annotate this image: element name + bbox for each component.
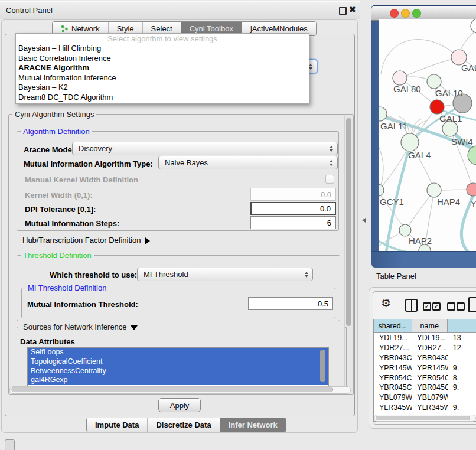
tab-discretize-data[interactable]: Discretize Data	[147, 418, 219, 432]
column-header[interactable]: shared...	[374, 319, 412, 332]
table-cell[interactable]: YBR045C	[412, 383, 447, 393]
select-all-checkbox-icon[interactable]: ✓	[423, 302, 431, 311]
table-cell[interactable]: 9.	[448, 363, 476, 373]
network-node-green-right[interactable]	[468, 146, 476, 165]
apply-button[interactable]: Apply	[158, 398, 201, 412]
algorithm-option[interactable]: Bayesian – K2	[16, 83, 309, 93]
table-hscrollbar-thumb[interactable]	[376, 416, 470, 420]
algorithm-option[interactable]: Dream8 DC_TDC Algorithm	[16, 93, 309, 103]
table-row[interactable]: YDR27...YDR27...12	[374, 343, 476, 353]
table-cell[interactable]: YBR045C	[374, 383, 412, 393]
manual-kernel-width-checkbox[interactable]	[325, 175, 334, 184]
mi-algorithm-type-select[interactable]: Naive Bayes	[158, 156, 338, 169]
table-cell[interactable]: YBL079W	[374, 393, 412, 403]
table-cell[interactable]: YDL19...	[412, 333, 447, 343]
node-label: GAL	[461, 63, 476, 73]
table-row[interactable]: YDL19...YDL19...13	[374, 333, 476, 343]
deselect-all-checkbox-icon[interactable]	[447, 302, 455, 311]
data-attribute-item[interactable]: TopologicalCoefficient	[28, 357, 328, 367]
network-edge	[400, 58, 459, 79]
table-cell[interactable]: YBR043C	[374, 353, 412, 363]
list-scrollbar-thumb[interactable]	[320, 350, 325, 382]
table-row[interactable]: YER054CYER054C8.	[374, 373, 476, 383]
network-node-hap2[interactable]	[399, 224, 411, 236]
table-cell[interactable]: YDR27...	[412, 343, 447, 353]
table-cell[interactable]: YLR345W	[374, 403, 412, 413]
network-tab-icon	[61, 25, 69, 32]
column-header[interactable]: name	[412, 319, 448, 332]
mi-threshold-input[interactable]: 0.5	[248, 297, 333, 310]
bottom-left-widget[interactable]	[5, 439, 15, 450]
expand-arrow-icon[interactable]	[131, 325, 138, 330]
table-cell[interactable]: 9.	[448, 383, 476, 393]
table-cell[interactable]	[448, 353, 476, 363]
network-window[interactable]: GALGAL80GAL10GAL1GAL11SWI4GAL4GCY1HAP4YH…	[371, 5, 476, 268]
data-attributes-list[interactable]: SelfLoopsTopologicalCoefficientBetweenne…	[27, 347, 329, 386]
select-all-checkbox-icon[interactable]: ✓	[432, 302, 441, 311]
float-panel-icon[interactable]	[339, 7, 347, 15]
table-cell[interactable]: YDR27...	[374, 343, 412, 353]
table-cell[interactable]: YPR145W	[374, 363, 412, 373]
table-cell[interactable]: YDL19...	[374, 333, 412, 343]
table-cell[interactable]: 12	[448, 343, 476, 353]
table-cell[interactable]: YBR043C	[412, 353, 447, 363]
network-node-top-partial[interactable]	[471, 19, 476, 33]
table-cell[interactable]: YER054C	[412, 373, 447, 383]
close-icon[interactable]: ✖	[349, 5, 356, 14]
tab-impute-data[interactable]: Impute Data	[87, 418, 147, 432]
table-cell[interactable]: YBL079W	[412, 393, 447, 403]
algorithm-option[interactable]: ARACNE Algorithm	[16, 63, 309, 73]
data-attribute-item[interactable]: gal4RGexp	[28, 376, 328, 385]
table-hscrollbar[interactable]	[374, 415, 476, 422]
network-node-gal10[interactable]	[427, 74, 441, 89]
table-cell[interactable]: YPR145W	[412, 363, 447, 373]
network-node-hap4[interactable]	[427, 183, 441, 197]
table-cell[interactable]	[448, 393, 476, 403]
table-cell[interactable]: 8.	[448, 373, 476, 383]
which-threshold-select[interactable]: MI Threshold	[137, 268, 313, 281]
algorithm-option[interactable]: Mutual Information Inference	[16, 73, 309, 83]
data-attribute-item[interactable]: SelfLoops	[28, 348, 328, 357]
network-node-gal80[interactable]	[393, 71, 407, 85]
panel-divider-arrow-icon[interactable]	[362, 218, 366, 223]
mi-steps-input[interactable]: 6	[250, 216, 336, 229]
page-icon[interactable]	[468, 297, 476, 312]
algorithm-option[interactable]: Bayesian – Hill Climbing	[16, 44, 309, 54]
tab-infer-network[interactable]: Infer Network	[220, 418, 286, 432]
close-window-button[interactable]	[390, 9, 399, 18]
settings-hscrollbar-thumb[interactable]	[11, 387, 333, 392]
table-cell[interactable]: YLR345W	[412, 403, 447, 413]
network-edge	[461, 188, 476, 251]
network-node-gal4[interactable]	[401, 133, 419, 151]
collapse-arrow-icon[interactable]	[145, 237, 150, 244]
network-window-titlebar[interactable]	[371, 5, 476, 21]
gear-icon[interactable]: ⚙	[381, 298, 391, 309]
network-node-gcy1[interactable]	[379, 184, 384, 196]
algorithm-option[interactable]: Basic Correlation Inference	[16, 54, 309, 64]
tab-label: Impute Data	[95, 420, 139, 429]
settings-hscrollbar[interactable]	[9, 386, 351, 394]
kernel-width-input[interactable]: 0.0	[250, 188, 336, 201]
table-row[interactable]: YBR045CYBR045C9.	[374, 383, 476, 393]
table-row[interactable]: YLR345WYLR345W9.	[374, 403, 476, 413]
hub-transcription-label[interactable]: Hub/Transcription Factor Definition	[22, 236, 150, 244]
zoom-window-button[interactable]	[412, 9, 421, 18]
data-attribute-item[interactable]: BetweennessCentrality	[28, 367, 328, 376]
aracne-mode-select[interactable]: Discovery	[72, 142, 338, 155]
table-cell[interactable]: 9.	[448, 403, 476, 413]
deselect-all-checkbox-icon[interactable]	[457, 302, 465, 311]
tab-label: Select	[151, 24, 172, 33]
settings-scrollbar-thumb[interactable]	[346, 118, 351, 326]
network-node-gal1[interactable]	[430, 100, 444, 114]
column-header[interactable]	[448, 319, 476, 332]
table-row[interactable]: YBL079WYBL079W	[374, 393, 476, 403]
table-cell[interactable]: 13	[448, 333, 476, 343]
columns-icon[interactable]	[405, 299, 418, 312]
dpi-tolerance-input[interactable]: 0.0	[250, 202, 336, 215]
table-cell[interactable]: YER054C	[374, 373, 412, 383]
table-row[interactable]: YBR043CYBR043C	[374, 353, 476, 363]
minimize-window-button[interactable]	[401, 9, 410, 18]
network-node-salmon[interactable]	[467, 183, 476, 196]
table-row[interactable]: YPR145WYPR145W9.	[374, 363, 476, 373]
network-canvas[interactable]: GALGAL80GAL10GAL1GAL11SWI4GAL4GCY1HAP4YH…	[379, 19, 476, 251]
